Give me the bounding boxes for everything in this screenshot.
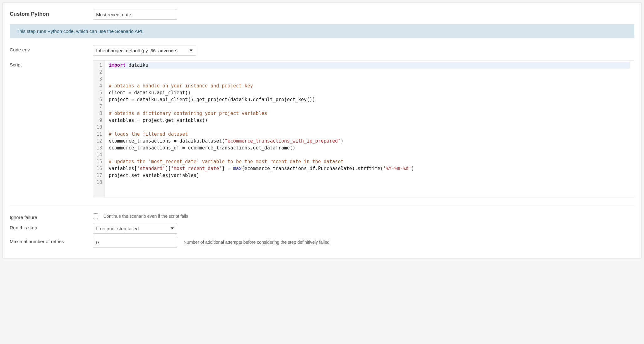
step-type-title: Custom Python bbox=[10, 9, 93, 17]
script-editor[interactable]: 123456789101112131415161718 import datai… bbox=[93, 60, 634, 197]
ignore-failure-checkbox[interactable] bbox=[93, 213, 98, 219]
script-label: Script bbox=[10, 60, 93, 67]
code-env-selected-text: Inherit project default (py_36_advcode) bbox=[96, 48, 178, 53]
retries-input[interactable] bbox=[93, 237, 177, 248]
info-banner-text: This step runs Python code, which can us… bbox=[17, 29, 143, 34]
run-step-selected-text: If no prior step failed bbox=[96, 226, 139, 231]
section-divider bbox=[10, 206, 634, 206]
info-banner: This step runs Python code, which can us… bbox=[10, 24, 634, 38]
ignore-failure-hint: Continue the scenario even if the script… bbox=[103, 214, 188, 219]
chevron-down-icon bbox=[171, 227, 174, 229]
code-env-label: Code env bbox=[10, 45, 93, 52]
retries-label: Maximal number of retries bbox=[10, 237, 93, 244]
run-step-label: Run this step bbox=[10, 223, 93, 230]
ignore-failure-label: Ignore failure bbox=[10, 213, 93, 220]
editor-gutter: 123456789101112131415161718 bbox=[93, 60, 105, 197]
code-env-select[interactable]: Inherit project default (py_36_advcode) bbox=[93, 45, 196, 56]
chevron-down-icon bbox=[190, 50, 193, 51]
step-config-panel: Custom Python This step runs Python code… bbox=[3, 3, 641, 258]
run-step-select[interactable]: If no prior step failed bbox=[93, 223, 177, 234]
step-name-input[interactable] bbox=[93, 9, 177, 20]
editor-code[interactable]: import dataiku # obtains a handle on you… bbox=[105, 60, 634, 197]
retries-hint: Number of additional attempts before con… bbox=[184, 240, 330, 245]
